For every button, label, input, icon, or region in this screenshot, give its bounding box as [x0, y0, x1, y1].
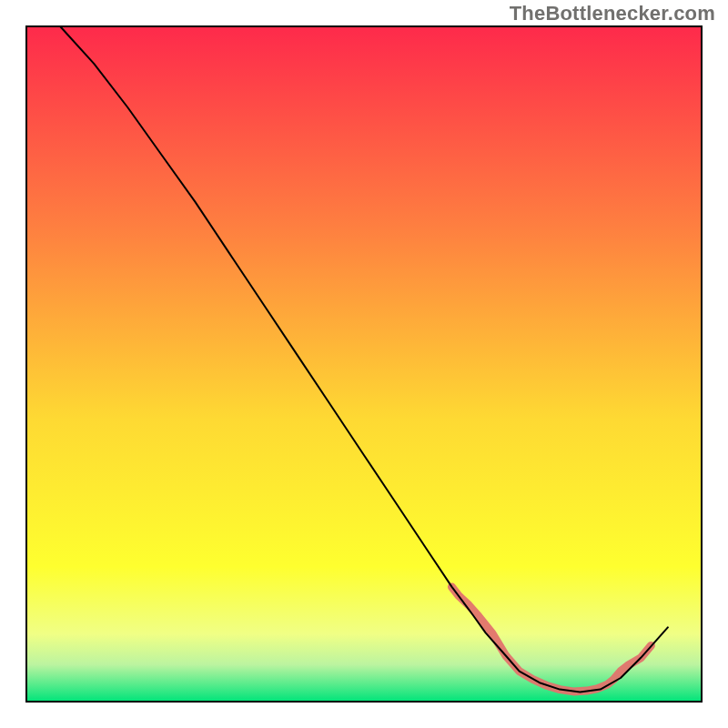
bottleneck-chart — [0, 0, 728, 728]
chart-background — [26, 26, 702, 702]
